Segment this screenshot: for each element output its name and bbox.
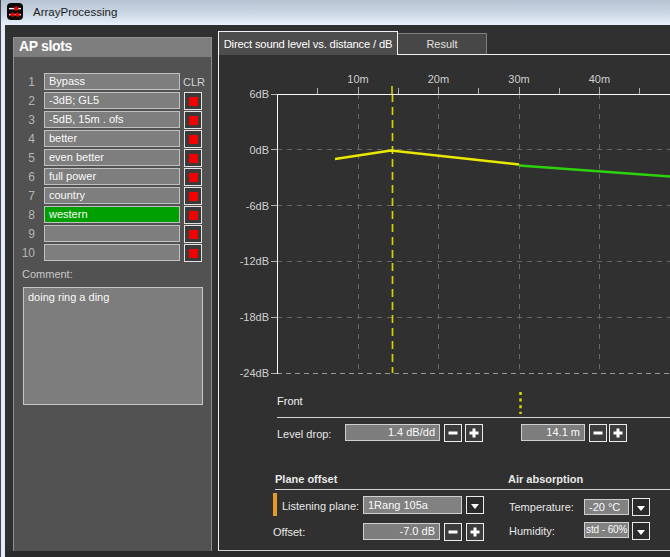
svg-text:Front: Front — [277, 395, 303, 407]
svg-text:20m: 20m — [428, 73, 449, 85]
svg-text:-12dB: -12dB — [240, 255, 269, 267]
svg-text:6dB: 6dB — [249, 88, 269, 100]
svg-text:30m: 30m — [508, 73, 529, 85]
svg-text:40m: 40m — [589, 73, 610, 85]
svg-text:-18dB: -18dB — [240, 311, 269, 323]
svg-text:-24dB: -24dB — [240, 367, 269, 379]
svg-text:-6dB: -6dB — [246, 200, 269, 212]
svg-text:0dB: 0dB — [249, 144, 269, 156]
svg-text:10m: 10m — [347, 73, 368, 85]
